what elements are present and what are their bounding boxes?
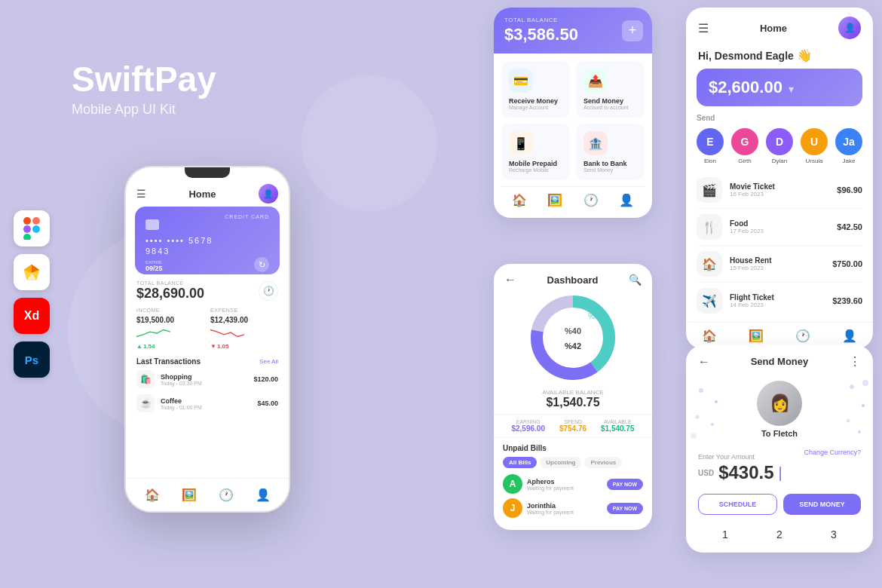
contact-jake[interactable]: Ja Jake <box>835 128 862 164</box>
currency-label: USD <box>698 469 714 477</box>
dash-back-button[interactable]: ← <box>504 273 516 286</box>
rh-nav-history-icon[interactable]: 🕐 <box>795 329 810 343</box>
trans-info-shopping: Shopping Today - 03:30 PM <box>161 373 247 386</box>
pay-now-apheros[interactable]: PAY NOW <box>607 479 643 490</box>
expire-val: 09/25 <box>145 265 163 272</box>
chome-nav-cards[interactable]: 🖼️ <box>547 193 562 207</box>
history-icon[interactable]: 🕐 <box>259 281 278 301</box>
phone-avatar[interactable]: 👤 <box>259 184 278 204</box>
apheros-status: Waiting for payment <box>527 485 602 491</box>
contact-ursula[interactable]: U Ursula <box>801 128 828 164</box>
trans-movie-ticket: 🎬 Movie Ticket 16 Feb 2023 $96.90 <box>697 172 862 209</box>
card-home-header: TOTAL BALANCE $3,586.50 + <box>494 8 652 54</box>
expense-item: EXPENSE $12,439.00 ▼ 1.05 <box>210 308 278 350</box>
service-mobile-prepaid[interactable]: 📱 Mobile Prepaid Recharge Mobile <box>501 124 570 180</box>
svg-text:%38: %38 <box>588 312 603 320</box>
service-receive-desc: Manage Account <box>509 105 562 110</box>
contact-name-ursula: Ursula <box>801 158 828 164</box>
available-label: AVAILABLE <box>601 419 635 424</box>
tools-sidebar: Xd Ps <box>14 210 50 378</box>
chome-nav-profile[interactable]: 👤 <box>619 193 634 207</box>
card-label: CREDIT CARD <box>145 214 269 219</box>
numpad-3[interactable]: 3 <box>807 524 861 545</box>
send-money-button[interactable]: SEND MONEY <box>783 494 861 515</box>
rh-header: ☰ Home 👤 <box>686 8 873 45</box>
svg-point-24 <box>858 430 861 433</box>
nav-history-icon[interactable]: 🕐 <box>219 488 234 502</box>
chome-nav-history[interactable]: 🕐 <box>583 193 599 207</box>
donut-svg: %40 %38 %42 <box>528 292 618 383</box>
ps-tool[interactable]: Ps <box>14 341 50 378</box>
sm-more-icon[interactable]: ⋮ <box>849 354 861 369</box>
amount-section: Enter Your Amount Change Currency? USD $… <box>686 444 873 488</box>
sm-back-button[interactable]: ← <box>698 355 710 369</box>
income-val: $19,500.00 <box>136 316 174 324</box>
filter-upcoming[interactable]: Upcoming <box>540 457 581 468</box>
trans-info-coffee: Coffee Today - 01:00 PM <box>161 397 251 410</box>
recipient-name: To Fletch <box>761 429 798 438</box>
sketch-tool[interactable] <box>14 254 50 290</box>
income-expense: INCOME $19,500.00 ▲ 1.54 EXPENSE $12,439… <box>126 308 289 350</box>
send-section: Send E Elon G Girth D Dylan U Ursula Ja … <box>686 114 873 172</box>
trans-name-rent: House Rent <box>730 256 825 265</box>
change-currency-link[interactable]: Change Currency? <box>804 449 861 456</box>
pay-now-jorinthia[interactable]: PAY NOW <box>607 503 643 514</box>
earning-val: $2,596.00 <box>511 424 545 433</box>
dash-search-icon[interactable]: 🔍 <box>629 274 642 286</box>
service-send-money[interactable]: 📤 Send Money Account to account <box>576 61 645 118</box>
service-bank-to-bank[interactable]: 🏦 Bank to Bank Send Money <box>576 124 645 180</box>
filter-all-bills[interactable]: All Bills <box>503 457 537 468</box>
trans-flight-ticket: ✈️ Flight Ticket 14 Feb 2023 $239.60 <box>697 283 862 319</box>
rh-avatar[interactable]: 👤 <box>838 17 861 39</box>
card-home-services: TOTAL BALANCE $3,586.50 + 💳 Receive Mone… <box>494 8 652 218</box>
filter-previous[interactable]: Previous <box>584 457 622 468</box>
trans-info-movie: Movie Ticket 16 Feb 2023 <box>730 182 829 198</box>
see-all-link[interactable]: See All <box>259 358 278 365</box>
service-receive-money[interactable]: 💳 Receive Money Manage Account <box>501 61 570 118</box>
contact-elon[interactable]: E Elon <box>697 128 724 164</box>
xd-tool[interactable]: Xd <box>14 298 50 334</box>
contact-girth[interactable]: G Girth <box>731 128 758 164</box>
contact-avatar-dylan: D <box>766 128 793 155</box>
add-button[interactable]: + <box>622 20 643 41</box>
trans-name-food: Food <box>730 219 829 228</box>
svg-point-25 <box>691 433 697 439</box>
movie-ticket-icon: 🎬 <box>697 177 722 203</box>
service-receive-name: Receive Money <box>509 97 562 105</box>
trans-info-flight: Flight Ticket 14 Feb 2023 <box>730 293 825 308</box>
total-balance-amount: $3,586.50 <box>504 25 642 44</box>
figma-tool[interactable] <box>14 210 50 247</box>
contact-avatar-girth: G <box>731 128 758 155</box>
card-refresh-icon[interactable]: ↻ <box>254 257 269 272</box>
numpad-1[interactable]: 1 <box>698 524 752 545</box>
contact-dylan[interactable]: D Dylan <box>766 128 793 164</box>
mobile-prepaid-icon: 📱 <box>509 131 533 155</box>
greeting-text: Hi, Desmond Eagle <box>698 50 794 62</box>
trans-name-movie: Movie Ticket <box>730 182 829 191</box>
contact-name-dylan: Dylan <box>766 158 793 164</box>
rh-nav-home-icon[interactable]: 🏠 <box>702 329 717 343</box>
dash-header: ← Dashboard 🔍 <box>494 264 652 292</box>
svg-point-19 <box>696 415 700 419</box>
nav-home-icon[interactable]: 🏠 <box>145 488 160 502</box>
trans-name-2: Coffee <box>161 397 251 405</box>
rh-nav-profile-icon[interactable]: 👤 <box>842 329 857 343</box>
hamburger-icon[interactable]: ☰ <box>136 188 146 200</box>
income-item: INCOME $19,500.00 ▲ 1.54 <box>136 308 204 350</box>
contact-name-jake: Jake <box>835 158 862 164</box>
amount-value[interactable]: $430.5 <box>718 462 773 483</box>
rh-title: Home <box>760 23 787 34</box>
nav-cards-icon[interactable]: 🖼️ <box>182 488 197 502</box>
chome-nav-home[interactable]: 🏠 <box>512 193 527 207</box>
nav-profile-icon[interactable]: 👤 <box>256 488 271 502</box>
card-number: •••• •••• 5678 <box>145 236 269 245</box>
apheros-info: Apheros Waiting for payment <box>527 478 602 491</box>
rh-nav-cards-icon[interactable]: 🖼️ <box>749 329 764 343</box>
svg-rect-3 <box>23 234 31 240</box>
svg-rect-0 <box>23 217 31 225</box>
rh-menu-icon[interactable]: ☰ <box>698 21 709 35</box>
numpad-2[interactable]: 2 <box>752 524 807 545</box>
balance-amount-rh: $2,600.00 <box>709 78 782 96</box>
schedule-button[interactable]: SCHEDULE <box>698 494 777 515</box>
phone-nav: 🏠 🖼️ 🕐 👤 <box>126 478 289 511</box>
